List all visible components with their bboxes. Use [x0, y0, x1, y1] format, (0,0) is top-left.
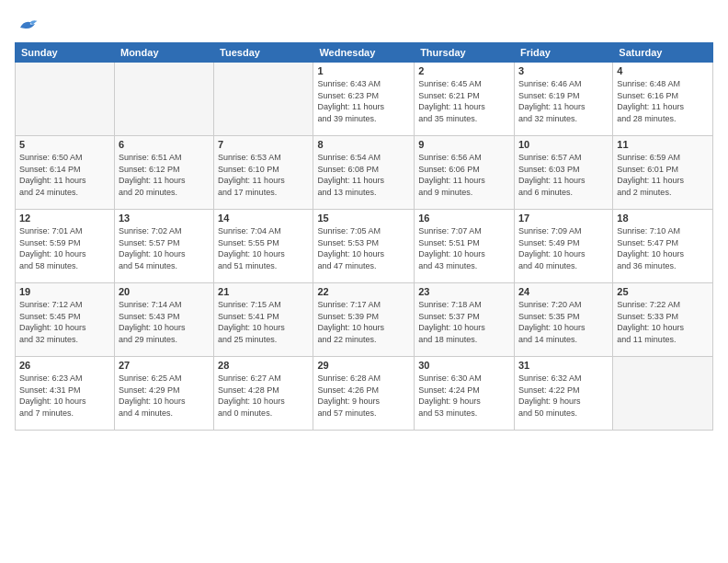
day-cell: 14Sunrise: 7:04 AMSunset: 5:55 PMDayligh…	[214, 210, 313, 283]
day-cell: 5Sunrise: 6:50 AMSunset: 6:14 PMDaylight…	[16, 136, 115, 210]
day-cell: 25Sunrise: 7:22 AMSunset: 5:33 PMDayligh…	[613, 283, 713, 357]
day-info: Sunrise: 6:46 AMSunset: 6:19 PMDaylight:…	[518, 78, 609, 124]
day-number: 11	[617, 139, 709, 150]
logo-bird-icon	[17, 15, 39, 33]
day-info: Sunrise: 6:56 AMSunset: 6:06 PMDaylight:…	[418, 152, 510, 198]
day-number: 15	[317, 213, 410, 224]
week-row-3: 12Sunrise: 7:01 AMSunset: 5:59 PMDayligh…	[16, 210, 713, 283]
day-cell: 12Sunrise: 7:01 AMSunset: 5:59 PMDayligh…	[16, 210, 115, 283]
day-number: 27	[119, 360, 210, 371]
day-number: 2	[418, 65, 510, 76]
day-info: Sunrise: 6:50 AMSunset: 6:14 PMDaylight:…	[19, 152, 110, 198]
weekday-header-monday: Monday	[114, 43, 213, 63]
day-info: Sunrise: 7:02 AMSunset: 5:57 PMDaylight:…	[119, 225, 210, 271]
day-number: 23	[418, 286, 510, 297]
day-info: Sunrise: 7:04 AMSunset: 5:55 PMDaylight:…	[218, 225, 309, 271]
day-number: 22	[317, 286, 410, 297]
day-cell: 26Sunrise: 6:23 AMSunset: 4:31 PMDayligh…	[16, 357, 115, 431]
day-cell: 1Sunrise: 6:43 AMSunset: 6:23 PMDaylight…	[313, 63, 415, 136]
day-cell: 30Sunrise: 6:30 AMSunset: 4:24 PMDayligh…	[415, 357, 515, 431]
day-cell: 19Sunrise: 7:12 AMSunset: 5:45 PMDayligh…	[16, 283, 115, 357]
day-cell: 17Sunrise: 7:09 AMSunset: 5:49 PMDayligh…	[514, 210, 612, 283]
day-info: Sunrise: 6:32 AMSunset: 4:22 PMDaylight:…	[518, 373, 609, 419]
day-info: Sunrise: 6:23 AMSunset: 4:31 PMDaylight:…	[19, 373, 110, 419]
day-number: 30	[418, 360, 510, 371]
day-info: Sunrise: 6:59 AMSunset: 6:01 PMDaylight:…	[617, 152, 709, 198]
weekday-header-tuesday: Tuesday	[214, 43, 313, 63]
day-info: Sunrise: 7:05 AMSunset: 5:53 PMDaylight:…	[317, 225, 410, 271]
day-number: 3	[518, 65, 609, 76]
day-number: 31	[518, 360, 609, 371]
day-cell: 9Sunrise: 6:56 AMSunset: 6:06 PMDaylight…	[415, 136, 515, 210]
week-row-5: 26Sunrise: 6:23 AMSunset: 4:31 PMDayligh…	[16, 357, 713, 431]
day-cell: 23Sunrise: 7:18 AMSunset: 5:37 PMDayligh…	[415, 283, 515, 357]
day-cell	[214, 63, 313, 136]
day-cell: 18Sunrise: 7:10 AMSunset: 5:47 PMDayligh…	[613, 210, 713, 283]
logo	[15, 15, 39, 33]
day-info: Sunrise: 6:30 AMSunset: 4:24 PMDaylight:…	[418, 373, 510, 419]
day-number: 28	[218, 360, 309, 371]
day-cell: 7Sunrise: 6:53 AMSunset: 6:10 PMDaylight…	[214, 136, 313, 210]
day-info: Sunrise: 7:17 AMSunset: 5:39 PMDaylight:…	[317, 299, 410, 345]
day-cell: 10Sunrise: 6:57 AMSunset: 6:03 PMDayligh…	[514, 136, 612, 210]
day-number: 9	[418, 139, 510, 150]
header	[15, 15, 713, 33]
day-number: 14	[218, 213, 309, 224]
calendar-table: SundayMondayTuesdayWednesdayThursdayFrid…	[15, 42, 713, 431]
day-number: 5	[19, 139, 110, 150]
day-info: Sunrise: 6:25 AMSunset: 4:29 PMDaylight:…	[119, 373, 210, 419]
day-info: Sunrise: 7:22 AMSunset: 5:33 PMDaylight:…	[617, 299, 709, 345]
weekday-header-row: SundayMondayTuesdayWednesdayThursdayFrid…	[16, 43, 713, 63]
day-info: Sunrise: 7:18 AMSunset: 5:37 PMDaylight:…	[418, 299, 510, 345]
day-cell: 28Sunrise: 6:27 AMSunset: 4:28 PMDayligh…	[214, 357, 313, 431]
day-info: Sunrise: 6:51 AMSunset: 6:12 PMDaylight:…	[119, 152, 210, 198]
day-number: 13	[119, 213, 210, 224]
day-number: 12	[19, 213, 110, 224]
day-cell	[16, 63, 115, 136]
day-number: 7	[218, 139, 309, 150]
day-info: Sunrise: 6:53 AMSunset: 6:10 PMDaylight:…	[218, 152, 309, 198]
day-info: Sunrise: 6:43 AMSunset: 6:23 PMDaylight:…	[317, 78, 410, 124]
day-number: 16	[418, 213, 510, 224]
day-number: 24	[518, 286, 609, 297]
day-number: 6	[119, 139, 210, 150]
day-info: Sunrise: 7:10 AMSunset: 5:47 PMDaylight:…	[617, 225, 709, 271]
day-info: Sunrise: 6:48 AMSunset: 6:16 PMDaylight:…	[617, 78, 709, 124]
day-number: 21	[218, 286, 309, 297]
logo-text	[15, 15, 39, 33]
day-info: Sunrise: 6:45 AMSunset: 6:21 PMDaylight:…	[418, 78, 510, 124]
day-info: Sunrise: 6:27 AMSunset: 4:28 PMDaylight:…	[218, 373, 309, 419]
day-info: Sunrise: 6:57 AMSunset: 6:03 PMDaylight:…	[518, 152, 609, 198]
weekday-header-friday: Friday	[514, 43, 612, 63]
day-number: 29	[317, 360, 410, 371]
day-info: Sunrise: 6:54 AMSunset: 6:08 PMDaylight:…	[317, 152, 410, 198]
week-row-2: 5Sunrise: 6:50 AMSunset: 6:14 PMDaylight…	[16, 136, 713, 210]
week-row-1: 1Sunrise: 6:43 AMSunset: 6:23 PMDaylight…	[16, 63, 713, 136]
day-info: Sunrise: 7:15 AMSunset: 5:41 PMDaylight:…	[218, 299, 309, 345]
day-cell	[114, 63, 213, 136]
day-info: Sunrise: 7:07 AMSunset: 5:51 PMDaylight:…	[418, 225, 510, 271]
day-cell: 3Sunrise: 6:46 AMSunset: 6:19 PMDaylight…	[514, 63, 612, 136]
weekday-header-thursday: Thursday	[415, 43, 515, 63]
calendar-container: SundayMondayTuesdayWednesdayThursdayFrid…	[0, 0, 728, 563]
day-info: Sunrise: 7:12 AMSunset: 5:45 PMDaylight:…	[19, 299, 110, 345]
day-info: Sunrise: 7:01 AMSunset: 5:59 PMDaylight:…	[19, 225, 110, 271]
day-cell: 13Sunrise: 7:02 AMSunset: 5:57 PMDayligh…	[114, 210, 213, 283]
day-cell: 27Sunrise: 6:25 AMSunset: 4:29 PMDayligh…	[114, 357, 213, 431]
weekday-header-saturday: Saturday	[613, 43, 713, 63]
day-number: 10	[518, 139, 609, 150]
weekday-header-sunday: Sunday	[16, 43, 115, 63]
day-cell: 22Sunrise: 7:17 AMSunset: 5:39 PMDayligh…	[313, 283, 415, 357]
day-cell: 4Sunrise: 6:48 AMSunset: 6:16 PMDaylight…	[613, 63, 713, 136]
day-cell: 20Sunrise: 7:14 AMSunset: 5:43 PMDayligh…	[114, 283, 213, 357]
day-cell: 31Sunrise: 6:32 AMSunset: 4:22 PMDayligh…	[514, 357, 612, 431]
day-info: Sunrise: 6:28 AMSunset: 4:26 PMDaylight:…	[317, 373, 410, 419]
day-number: 17	[518, 213, 609, 224]
weekday-header-wednesday: Wednesday	[313, 43, 415, 63]
day-cell: 8Sunrise: 6:54 AMSunset: 6:08 PMDaylight…	[313, 136, 415, 210]
day-cell: 24Sunrise: 7:20 AMSunset: 5:35 PMDayligh…	[514, 283, 612, 357]
day-cell: 6Sunrise: 6:51 AMSunset: 6:12 PMDaylight…	[114, 136, 213, 210]
day-cell: 29Sunrise: 6:28 AMSunset: 4:26 PMDayligh…	[313, 357, 415, 431]
day-number: 1	[317, 65, 410, 76]
day-cell: 11Sunrise: 6:59 AMSunset: 6:01 PMDayligh…	[613, 136, 713, 210]
